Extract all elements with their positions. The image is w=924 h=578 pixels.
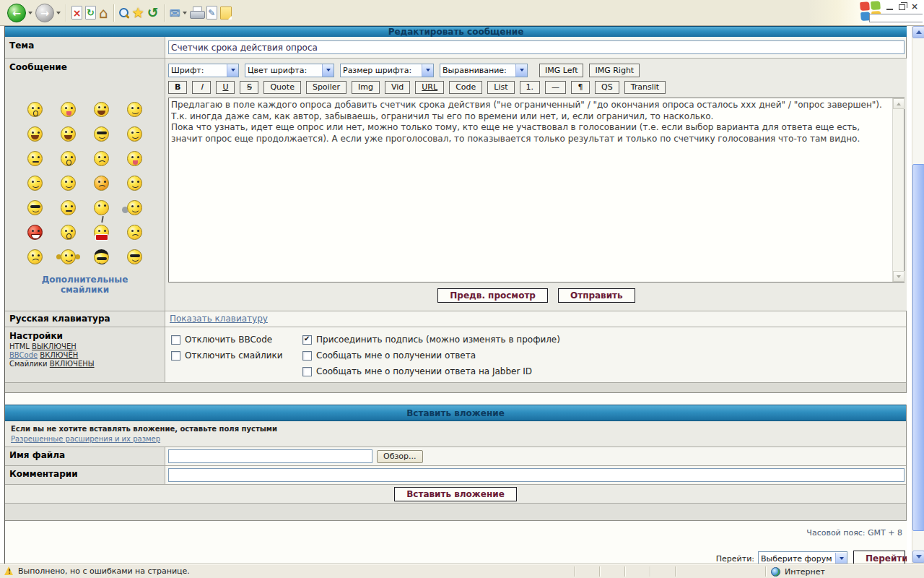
edit-button[interactable]: ✎ — [206, 2, 217, 24]
message-textarea[interactable]: Предлагаю в поле каждого опроса добавить… — [168, 98, 905, 282]
lol-smiley-icon[interactable] — [94, 102, 109, 117]
grin-smiley-icon[interactable] — [27, 126, 43, 142]
favorites-button[interactable]: ★ — [132, 2, 144, 24]
chevron-down-icon[interactable] — [422, 64, 433, 77]
bbcode-italic-button[interactable]: I — [192, 81, 211, 94]
laughing-smiley-icon[interactable] — [61, 126, 76, 142]
restore-button[interactable] — [899, 4, 905, 10]
page-scrollbar[interactable] — [912, 26, 924, 564]
bbcode-list-button[interactable]: List — [487, 81, 514, 94]
happy-smiley-icon[interactable] — [127, 176, 142, 191]
chevron-down-icon[interactable] — [515, 64, 527, 77]
img-left-button[interactable]: IMG Left — [539, 64, 583, 77]
surprised-smiley-icon[interactable] — [61, 151, 76, 166]
mail-button[interactable]: ✉ — [170, 2, 187, 24]
refresh-button[interactable]: ↻ — [85, 2, 96, 24]
notify-checkbox-0[interactable] — [302, 335, 312, 345]
font-select[interactable]: Шрифт: — [168, 64, 239, 77]
back-dropdown-icon[interactable] — [28, 12, 32, 14]
options-checkbox-1[interactable] — [171, 351, 180, 361]
bbcode-status-link[interactable]: ВКЛЮЧЁН — [40, 351, 78, 359]
mail-dropdown-icon[interactable] — [183, 12, 187, 14]
font-color-select[interactable]: Цвет шрифта: — [245, 64, 334, 77]
wacko-smiley-icon[interactable] — [27, 102, 43, 117]
jump-dropdown-icon[interactable] — [835, 553, 847, 565]
wink-smiley-icon[interactable] — [127, 126, 142, 142]
smile-smiley-icon[interactable] — [127, 102, 142, 117]
forward-dropdown-icon[interactable] — [56, 12, 61, 14]
scroll-up-icon[interactable] — [912, 26, 924, 38]
bbcode-ordered-list-button[interactable]: 1. — [520, 81, 541, 94]
bbcode-img-button[interactable]: Img — [352, 81, 380, 94]
bbcode-bold-button[interactable]: B — [168, 81, 187, 94]
embarrassed-smiley-icon[interactable] — [61, 176, 76, 191]
stop-button[interactable]: × — [71, 2, 82, 24]
smilies-status-link[interactable]: ВКЛЮЧЕНЫ — [50, 360, 95, 368]
filename-input[interactable] — [168, 449, 372, 463]
devil-smiley-icon[interactable] — [27, 225, 43, 240]
notify-checkbox-2[interactable] — [302, 367, 312, 376]
html-status-link[interactable]: ВЫКЛЮЧЕН — [32, 342, 77, 350]
bbcode-paragraph-button[interactable]: ¶ — [571, 81, 590, 94]
extra-smilies-link[interactable]: Дополнительные смайлики — [31, 275, 139, 295]
dizzy-smiley-icon[interactable] — [127, 249, 142, 264]
browse-button[interactable]: Обзор... — [377, 450, 423, 463]
search-button[interactable] — [119, 2, 129, 24]
help-smiley-icon[interactable] — [94, 225, 109, 240]
history-button[interactable]: ↺ — [147, 2, 159, 24]
notify-checkbox-1[interactable] — [302, 351, 312, 361]
winking-smiley-icon[interactable] — [27, 176, 43, 191]
insert-attachment-button[interactable]: Вставить вложение — [394, 487, 517, 501]
font-size-select[interactable]: Размер шрифта: — [340, 64, 434, 77]
frustrated-smiley-icon[interactable] — [127, 225, 142, 240]
options-checkbox-0[interactable] — [171, 335, 180, 345]
notes-button[interactable] — [220, 2, 232, 24]
tongue-wink-smiley-icon[interactable] — [127, 151, 142, 166]
bbcode-quick-quote-button[interactable]: QS — [595, 81, 619, 94]
rocker-smiley-icon[interactable] — [94, 249, 109, 264]
forward-button[interactable]: → — [35, 2, 61, 24]
mad-smiley-icon[interactable] — [94, 176, 109, 191]
bbcode-underline-button[interactable]: U — [216, 81, 235, 94]
bbcode-code-button[interactable]: Code — [449, 81, 482, 94]
topic-input[interactable] — [168, 40, 905, 54]
scared-smiley-icon[interactable] — [61, 249, 76, 264]
bbcode-vid-button[interactable]: Vid — [385, 81, 410, 94]
confused-smiley-icon[interactable] — [94, 151, 109, 166]
align-select[interactable]: Выравнивание: — [440, 64, 528, 77]
comment-input[interactable] — [168, 468, 905, 482]
thinking-smiley-icon[interactable] — [27, 249, 43, 264]
neutral-smiley-icon[interactable] — [27, 151, 43, 166]
chevron-down-icon[interactable] — [322, 64, 334, 77]
submit-button[interactable]: Отправить — [558, 288, 635, 303]
razz-smiley-icon[interactable] — [61, 102, 76, 117]
textarea-scroll-down-icon[interactable] — [893, 271, 905, 282]
textarea-scroll-up-icon[interactable] — [893, 98, 905, 109]
scroll-down-icon[interactable] — [912, 551, 924, 563]
minimize-button[interactable] — [886, 4, 893, 10]
home-button[interactable]: ⌂ — [99, 2, 108, 24]
puzzled-smiley-icon[interactable] — [61, 200, 76, 215]
page-error-warning-icon[interactable] — [4, 566, 14, 576]
scrollbar-thumb[interactable] — [912, 164, 924, 531]
textarea-scrollbar[interactable] — [892, 98, 904, 282]
bbcode-link[interactable]: BBCode — [9, 351, 38, 359]
back-button[interactable]: ← — [7, 2, 32, 24]
bbcode-url-button[interactable]: URL — [415, 81, 444, 94]
balloon-smiley-icon[interactable] — [94, 200, 109, 215]
bbcode-horizontal-rule-button[interactable]: — — [545, 81, 566, 94]
cool-smiley-icon[interactable] — [94, 126, 109, 142]
allowed-extensions-link[interactable]: Разрешенные расширения и их размер — [11, 435, 160, 443]
img-right-button[interactable]: IMG Right — [589, 64, 640, 77]
print-button[interactable] — [190, 2, 204, 24]
show-keyboard-link[interactable]: Показать клавиатуру — [170, 314, 268, 324]
bbcode-quote-button[interactable]: Quote — [263, 81, 300, 94]
preview-button[interactable]: Предв. просмотр — [437, 288, 548, 303]
cool-grin-smiley-icon[interactable] — [27, 200, 43, 215]
thumbs-down-smiley-icon[interactable] — [127, 200, 142, 215]
shocked-smiley-icon[interactable] — [61, 225, 76, 240]
bbcode-strike-button[interactable]: S — [240, 81, 258, 94]
bbcode-translit-button[interactable]: Translit — [624, 81, 666, 94]
chevron-down-icon[interactable] — [227, 64, 238, 77]
close-button[interactable]: × — [911, 2, 918, 11]
